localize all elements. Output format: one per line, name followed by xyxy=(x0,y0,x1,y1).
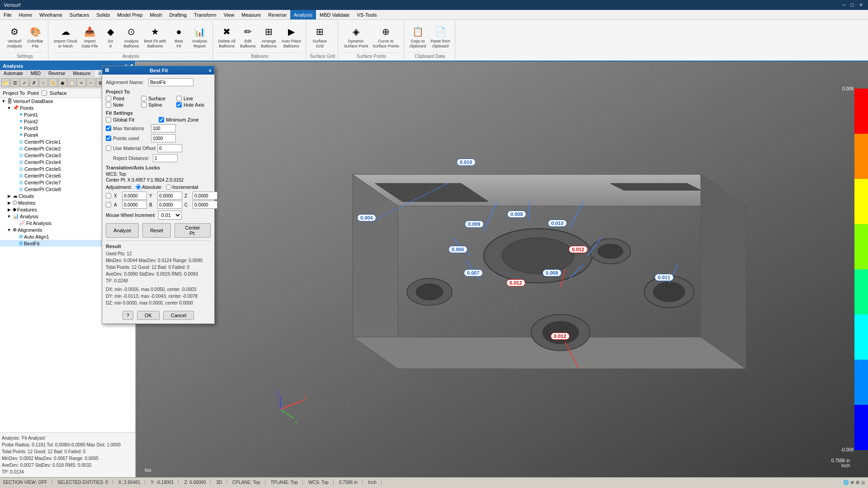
auto-place-btn[interactable]: ▶ Auto PlaceBalloons xyxy=(280,23,303,50)
tb-list[interactable]: ☰ xyxy=(10,78,19,87)
help-btn[interactable]: ? xyxy=(123,311,133,320)
menu-mesh[interactable]: Mesh xyxy=(146,10,165,19)
menu-mbd[interactable]: MBD Validate xyxy=(316,10,353,19)
tb-arrow[interactable]: ↑ xyxy=(39,78,48,87)
paste-clipboard-btn[interactable]: 📄 Paste fromclipboard xyxy=(429,23,452,50)
mouse-wheel-select[interactable]: 0.01 0.001 0.1 xyxy=(158,211,182,220)
c-input[interactable] xyxy=(193,201,217,209)
point-checkbox[interactable] xyxy=(106,96,111,101)
tab-mbd[interactable]: MBD xyxy=(27,70,45,77)
min-zone-chk[interactable] xyxy=(159,117,164,122)
absolute-radio[interactable] xyxy=(136,184,141,190)
p3-icon: ✦ xyxy=(19,125,23,131)
menu-surfaces[interactable]: Surfaces xyxy=(66,10,93,19)
status-icon3[interactable]: ⊞ xyxy=(856,480,859,485)
dialog-title-bar[interactable]: ⊞ Best Fit × xyxy=(102,66,214,75)
arrange-balloons-btn[interactable]: ⊞ ArrangeBalloons xyxy=(259,23,279,50)
y-input[interactable] xyxy=(157,192,182,200)
analysis-report-btn[interactable]: 📊 AnalysisReport xyxy=(190,23,210,50)
delete-balloons-btn[interactable]: ✖ Delete AllBalloons xyxy=(217,23,237,50)
verisurf-analysis-btn[interactable]: ⚙ VerisurfAnalysis xyxy=(5,23,24,50)
note-chk[interactable] xyxy=(106,102,111,108)
menu-home[interactable]: Home xyxy=(15,10,36,19)
tree-alignments-label: Alignments xyxy=(18,227,42,233)
menu-file[interactable]: File xyxy=(0,10,15,19)
copy-clipboard-btn[interactable]: 📋 Copy toclipboard xyxy=(408,23,428,50)
menu-reverse[interactable]: Reverse xyxy=(264,10,290,19)
best-fit-with-btn[interactable]: ★ Best Fit withBalloons xyxy=(142,23,168,50)
lock-a-chk[interactable] xyxy=(106,202,111,207)
max-iter-input[interactable] xyxy=(151,124,176,132)
center-pt-btn[interactable]: Center Pt: xyxy=(175,223,211,238)
spline-row: Spline xyxy=(141,102,175,108)
tb-plus[interactable]: + xyxy=(77,78,86,87)
menu-solids[interactable]: Solids xyxy=(93,10,113,19)
tb-minus[interactable]: − xyxy=(86,78,95,87)
best-fit-btn[interactable]: ● BestFit xyxy=(169,23,189,50)
menu-modelprep[interactable]: Model Prep xyxy=(113,10,146,19)
tb-x[interactable]: ✗ xyxy=(29,78,38,87)
dialog-close-btn[interactable]: × xyxy=(209,68,212,73)
balloons-group-label: Balloons xyxy=(217,52,303,59)
spline-chk[interactable] xyxy=(141,102,146,108)
maximize-btn[interactable]: □ xyxy=(849,2,856,8)
cancel-btn[interactable]: Cancel xyxy=(163,311,194,320)
reject-dist-input[interactable] xyxy=(153,154,178,162)
pts-used-chk[interactable] xyxy=(106,136,111,141)
import-cloud-btn[interactable]: ☁ Import Cloudor Mesh xyxy=(52,23,79,50)
viewport[interactable]: X Y Z 0.010 0.008 0.009 0.010 0.004 0.01… xyxy=(136,61,868,477)
tab-measure[interactable]: Measure xyxy=(69,70,94,77)
tab-automate[interactable]: Automate xyxy=(0,70,27,77)
window-controls[interactable]: − □ × xyxy=(840,2,864,8)
import-data-btn[interactable]: 📥 ImportData File xyxy=(80,23,100,50)
menu-vstools[interactable]: VS-Tools xyxy=(353,10,380,19)
a-input[interactable] xyxy=(122,201,147,209)
x-input[interactable] xyxy=(122,192,147,200)
z-input[interactable] xyxy=(193,192,217,200)
mat-offset-input[interactable] xyxy=(157,144,182,152)
tb-measure[interactable]: 📏 xyxy=(48,78,57,87)
menu-drafting[interactable]: Drafting xyxy=(165,10,190,19)
mat-offset-chk[interactable] xyxy=(106,145,111,151)
max-iter-chk[interactable] xyxy=(106,126,111,131)
edit-balloons-btn[interactable]: ✏ EditBalloons xyxy=(238,23,258,50)
tb-report[interactable]: 📋 xyxy=(67,78,76,87)
ok-btn[interactable]: OK xyxy=(137,311,160,320)
menu-measure[interactable]: Measure xyxy=(238,10,264,19)
curve-to-surface-btn[interactable]: ⊕ Curve toSurface Points xyxy=(371,23,401,50)
minimize-btn[interactable]: − xyxy=(840,2,847,8)
meshes-icon: ⬡ xyxy=(13,200,17,206)
alignment-name-input[interactable] xyxy=(148,78,193,86)
tree-point1-label: Point1 xyxy=(24,112,38,117)
menu-transform[interactable]: Transform xyxy=(190,10,220,19)
status-icon1[interactable]: 🌐 xyxy=(843,480,849,485)
dynamic-surface-btn[interactable]: ◈ DynamicSurface Point xyxy=(342,23,370,50)
reset-btn[interactable]: Reset xyxy=(142,223,171,238)
global-fit-label: Global Fit xyxy=(113,117,134,122)
analyze-btn[interactable]: Analyze xyxy=(106,223,139,238)
incremental-radio[interactable] xyxy=(166,184,171,190)
tb-folder[interactable]: 📁 xyxy=(1,78,10,87)
tab-reverse[interactable]: Reverse xyxy=(45,70,69,77)
status-icon2[interactable]: ⊕ xyxy=(850,480,854,485)
hole-axis-chk[interactable] xyxy=(176,102,182,108)
tb-analyze[interactable]: ◉ xyxy=(58,78,67,87)
analyze-balloons-btn[interactable]: ⊙ AnalyzeBalloons xyxy=(122,23,142,50)
line-chk[interactable] xyxy=(176,96,182,101)
pts-used-input[interactable] xyxy=(151,134,176,142)
b-input[interactable] xyxy=(157,201,182,209)
menu-wireframe[interactable]: Wireframe xyxy=(36,10,66,19)
colorbar-icon: 🎨 xyxy=(28,24,42,39)
colorbar-fits-btn[interactable]: 🎨 ColorBarFits xyxy=(25,23,45,50)
menu-analysis[interactable]: Analysis xyxy=(290,10,316,19)
surface-checkbox[interactable] xyxy=(42,90,47,96)
tb-check[interactable]: ✓ xyxy=(20,78,29,87)
close-btn[interactable]: × xyxy=(858,2,864,8)
do-it-btn[interactable]: ◆ DoIt xyxy=(101,23,121,50)
status-icon4[interactable]: ◎ xyxy=(861,480,865,485)
surface-grid-btn[interactable]: ⊞ SurfaceGrid xyxy=(310,23,330,50)
lock-x-chk[interactable] xyxy=(106,193,111,198)
global-fit-chk[interactable] xyxy=(106,117,111,122)
surface-chk[interactable] xyxy=(141,96,146,101)
menu-view[interactable]: View xyxy=(220,10,238,19)
